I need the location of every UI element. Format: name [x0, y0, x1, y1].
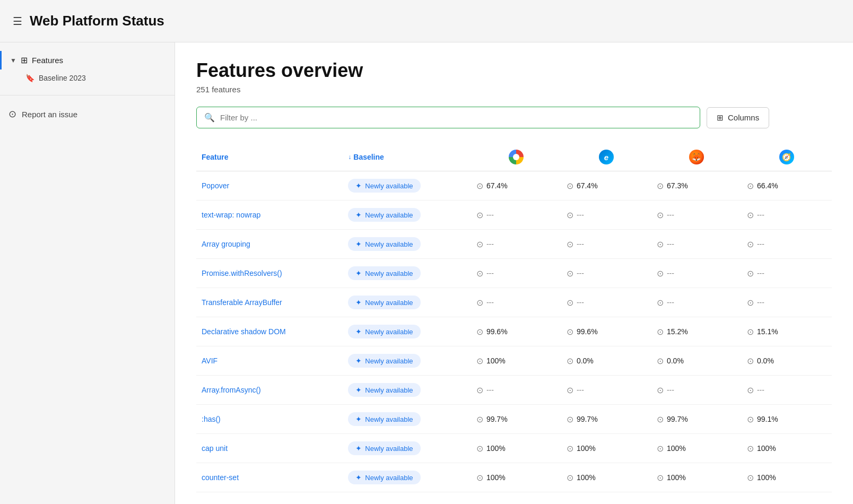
firefox-cell: ⊙ 15.2% [651, 317, 742, 346]
browser-cell: ⊙ 15.1% [747, 327, 826, 337]
sidebar-divider [0, 95, 175, 95]
check-icon: ⊙ [476, 268, 483, 279]
browser-value: 100% [577, 444, 596, 453]
browser-value: 99.1% [757, 415, 778, 423]
browser-cell: ⊙ 99.7% [567, 414, 646, 424]
col-header-baseline[interactable]: ↓ Baseline [343, 143, 471, 171]
feature-link[interactable]: Array grouping [202, 240, 250, 248]
browser-cell: ⊙ --- [657, 268, 736, 279]
filter-input-wrap[interactable]: 🔍 [196, 107, 700, 128]
sparkle-icon: ✦ [355, 211, 362, 219]
feature-link[interactable]: cap unit [202, 444, 228, 453]
browser-cell: ⊙ 66.4% [747, 181, 826, 191]
feature-name-cell: :has() [196, 405, 343, 434]
browser-cell: ⊙ 100% [476, 356, 556, 366]
sparkle-icon: ✦ [355, 415, 362, 423]
sidebar-report-issue[interactable]: ⊙ Report an issue [0, 104, 175, 124]
sidebar-features-label: Features [32, 56, 63, 65]
table-row: :has() ✦ Newly available ⊙ 99.7% ⊙ 99.7%… [196, 405, 832, 434]
safari-cell: ⊙ 100% [742, 463, 832, 492]
feature-link[interactable]: counter-set [202, 473, 239, 482]
browser-cell: ⊙ --- [567, 298, 646, 308]
check-icon: ⊙ [657, 210, 664, 220]
columns-button[interactable]: ⊞ Columns [707, 107, 769, 128]
col-header-firefox: 🦊 [651, 143, 742, 171]
check-icon: ⊙ [476, 298, 483, 308]
feature-name-cell: Popover [196, 171, 343, 201]
filter-input[interactable] [220, 113, 692, 122]
browser-cell: ⊙ 100% [657, 444, 736, 454]
chevron-down-icon: ▼ [10, 57, 16, 64]
feature-name-cell: counter-set [196, 463, 343, 492]
browser-cell: ⊙ 100% [476, 473, 556, 483]
feature-link[interactable]: Promise.withResolvers() [202, 269, 282, 277]
newly-available-badge: ✦ Newly available [348, 471, 420, 484]
chrome-cell: ⊙ --- [471, 288, 561, 317]
browser-value: --- [757, 269, 764, 277]
feature-link[interactable]: Transferable ArrayBuffer [202, 298, 282, 307]
check-icon: ⊙ [747, 239, 754, 249]
layout: ▼ ⊞ Features 🔖 Baseline 2023 ⊙ Report an… [0, 42, 853, 504]
feature-name-cell: Promise.withResolvers() [196, 259, 343, 288]
browser-value: --- [757, 298, 764, 307]
browser-cell: ⊙ 99.1% [747, 414, 826, 424]
badge-label: Newly available [365, 270, 413, 277]
feature-link[interactable]: text-wrap: nowrap [202, 211, 260, 219]
chrome-cell: ⊙ 100% [471, 434, 561, 463]
browser-value: 99.7% [577, 415, 598, 423]
check-icon: ⊙ [747, 268, 754, 279]
check-icon: ⊙ [476, 356, 483, 366]
table-row: counter-set ✦ Newly available ⊙ 100% ⊙ 1… [196, 463, 832, 492]
bookmark-icon: 🔖 [25, 74, 34, 82]
browser-cell: ⊙ 0.0% [567, 356, 646, 366]
browser-value: 100% [486, 444, 506, 453]
feature-link[interactable]: :has() [202, 415, 221, 423]
filter-bar: 🔍 ⊞ Columns [196, 107, 832, 128]
badge-label: Newly available [365, 415, 413, 423]
feature-link[interactable]: AVIF [202, 357, 217, 365]
browser-cell: ⊙ --- [747, 385, 826, 395]
browser-value: --- [486, 298, 494, 307]
check-icon: ⊙ [567, 239, 573, 249]
edge-browser-header: e [567, 150, 646, 164]
baseline-sort[interactable]: ↓ Baseline [348, 153, 466, 161]
browser-value: --- [667, 211, 674, 219]
feature-link[interactable]: Popover [202, 181, 229, 190]
feature-link[interactable]: Declarative shadow DOM [202, 327, 286, 336]
check-icon: ⊙ [747, 473, 754, 483]
col-header-feature[interactable]: Feature [196, 143, 343, 171]
browser-cell: ⊙ --- [567, 210, 646, 220]
sparkle-icon: ✦ [355, 181, 362, 190]
sidebar-item-baseline[interactable]: 🔖 Baseline 2023 [0, 69, 175, 86]
browser-value: 100% [757, 444, 776, 453]
sidebar-item-features[interactable]: ▼ ⊞ Features [0, 51, 175, 69]
main-content: Features overview 251 features 🔍 ⊞ Colum… [175, 42, 853, 504]
sparkle-icon: ✦ [355, 269, 362, 277]
firefox-browser-header: 🦊 [657, 150, 736, 164]
feature-link[interactable]: Array.fromAsync() [202, 386, 261, 394]
sparkle-icon: ✦ [355, 386, 362, 394]
edge-cell: ⊙ 99.7% [561, 405, 651, 434]
check-icon: ⊙ [747, 298, 754, 308]
menu-icon[interactable]: ☰ [13, 15, 22, 28]
firefox-cell: ⊙ 67.3% [651, 171, 742, 201]
check-icon: ⊙ [657, 414, 664, 424]
browser-value: --- [486, 269, 494, 277]
newly-available-badge: ✦ Newly available [348, 208, 420, 222]
col-header-safari: 🧭 [742, 143, 832, 171]
baseline-cell: ✦ Newly available [343, 376, 471, 405]
check-icon: ⊙ [747, 444, 754, 454]
table-row: Declarative shadow DOM ✦ Newly available… [196, 317, 832, 346]
col-header-edge: e [561, 143, 651, 171]
safari-cell: ⊙ --- [742, 230, 832, 259]
baseline-cell: ✦ Newly available [343, 171, 471, 201]
check-icon: ⊙ [567, 181, 573, 191]
check-icon: ⊙ [657, 298, 664, 308]
check-icon: ⊙ [567, 356, 573, 366]
header: ☰ Web Platform Status [0, 0, 853, 42]
browser-cell: ⊙ --- [567, 385, 646, 395]
browser-cell: ⊙ 99.7% [476, 414, 556, 424]
baseline-cell: ✦ Newly available [343, 463, 471, 492]
feature-sort[interactable]: Feature [202, 153, 337, 161]
check-icon: ⊙ [476, 327, 483, 337]
